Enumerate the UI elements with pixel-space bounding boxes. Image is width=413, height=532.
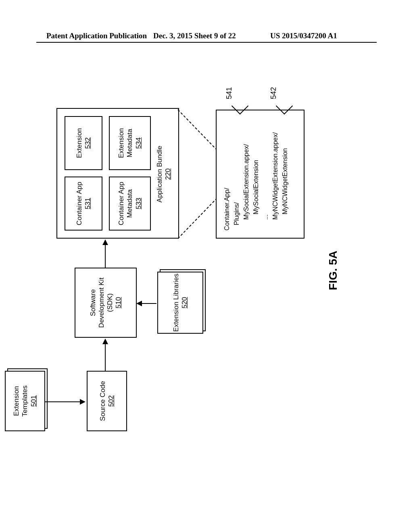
- bundle-caption: Application Bundle 220: [155, 110, 173, 239]
- header-right: US 2015/0347200 A1: [270, 31, 337, 40]
- source-code-ref: 502: [107, 395, 115, 407]
- arrow-templates-to-source: [44, 401, 81, 402]
- extension-title: Extension: [75, 128, 83, 158]
- arrow-sdk-to-bundle: [105, 244, 106, 268]
- arrow-source-to-sdk: [105, 343, 106, 372]
- container-meta-ref: 533: [134, 198, 143, 209]
- block-sdk: Software Development Kit (SDK) 510: [75, 268, 137, 338]
- callout-dash-right-a: [177, 109, 217, 150]
- callout-dash-left: [177, 198, 217, 239]
- ref-541: 541: [225, 87, 234, 99]
- container-meta-title: Container App Metadata: [117, 177, 134, 230]
- block-container-app: Container App 531: [65, 177, 102, 231]
- ref-542: 542: [269, 87, 278, 99]
- block-source-code: Source Code 502: [87, 371, 127, 431]
- block-container-app-metadata: Container App Metadata 533: [109, 177, 151, 231]
- sdk-ref: 510: [114, 297, 123, 308]
- ext-templates-title: Extension Templates: [12, 372, 29, 430]
- figure-caption: FIG. 5A: [327, 251, 340, 290]
- ext-templates-ref: 501: [29, 395, 38, 407]
- bundle-ref: 220: [164, 168, 172, 180]
- bundle-title: Application Bundle: [155, 146, 164, 203]
- extension-ref: 532: [83, 137, 92, 149]
- source-code-title: Source Code: [98, 381, 107, 421]
- ext-libs-title: Extension Libraries: [172, 274, 180, 332]
- block-extension-libraries: Extension Libraries 520: [157, 272, 203, 334]
- block-extension: Extension 532: [65, 116, 102, 170]
- container-app-title: Container App: [75, 182, 83, 225]
- figure-5a-diagram: Extension Templates 501 Source Code 502 …: [0, 109, 413, 431]
- bundle-paths-text: Container.App/ Plugins/ MySocialExtensio…: [222, 114, 290, 231]
- block-extension-templates: Extension Templates 501: [5, 371, 45, 431]
- ext-libs-ref: 520: [180, 297, 189, 308]
- sdk-title: Software Development Kit (SDK): [89, 268, 115, 337]
- arrowhead-libs-to-sdk: [136, 301, 142, 306]
- arrowhead-source-to-sdk: [102, 339, 108, 344]
- ext-meta-title: Extension Metadata: [117, 117, 134, 169]
- ext-meta-ref: 534: [134, 137, 143, 149]
- header-left: Patent Application Publication: [46, 31, 147, 40]
- container-app-ref: 531: [83, 198, 92, 209]
- header-middle: Dec. 3, 2015 Sheet 9 of 22: [153, 31, 236, 40]
- arrow-libs-to-sdk: [141, 303, 156, 304]
- arrowhead-sdk-to-bundle: [102, 239, 108, 245]
- block-bundle-paths: Container.App/ Plugins/ MySocialExtensio…: [216, 110, 305, 239]
- arrowhead-templates-to-source: [80, 399, 86, 405]
- header-rule: [36, 42, 377, 43]
- block-extension-metadata: Extension Metadata 534: [109, 116, 151, 170]
